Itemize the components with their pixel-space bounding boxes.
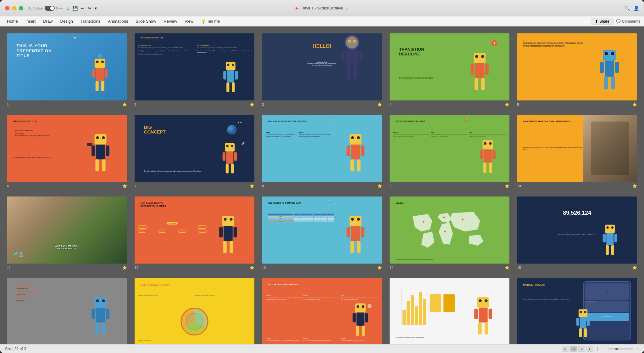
slide-star-11[interactable]: ⭐ xyxy=(122,265,127,270)
slide-thumb-13[interactable]: AND TABLES TO COMPARE DATA A B C xyxy=(261,196,383,264)
slide-star-2[interactable]: ⭐ xyxy=(250,102,254,107)
menu-animations[interactable]: Animations xyxy=(105,18,131,25)
home-icon[interactable]: ⌂ xyxy=(67,6,69,11)
slide-9-deco: 🍪 xyxy=(464,118,468,121)
menu-insert[interactable]: Insert xyxy=(22,18,39,25)
main-content: THIS IS YOURPRESENTATIONTITLE xyxy=(0,26,644,344)
slide-7-robot xyxy=(209,138,251,182)
slide-thumb-11[interactable]: 🧪🔬 WANT BIG IMPACT?USE BIG IMAGE. xyxy=(6,196,128,264)
slide-thumb-3[interactable]: HELLO! I am Jayden Smith I am here becau… xyxy=(261,33,383,101)
slide-star-13[interactable]: ⭐ xyxy=(377,265,382,270)
svg-point-98 xyxy=(611,226,614,229)
slide-thumb-10[interactable]: A PICTURE IS WORTH A THOUSAND WORDS A co… xyxy=(516,114,638,183)
svg-rect-75 xyxy=(222,216,234,226)
menu-tellme[interactable]: 💡 Tell me xyxy=(198,18,223,25)
svg-rect-46 xyxy=(92,145,95,156)
view-btn-grid[interactable]: ⊟ xyxy=(570,346,577,352)
menu-design[interactable]: Design xyxy=(57,18,76,25)
slide-18-title: LET'S REVIEW SOME CONCEPTS xyxy=(268,283,298,285)
slide-footer-3: 3 ⭐ xyxy=(261,101,383,108)
svg-rect-31 xyxy=(485,64,488,74)
titlebar: AutoSave OFF ⌂ 💾 ↩ ↪ ▾ ▶ Flavius - Slide… xyxy=(0,0,644,16)
svg-rect-34 xyxy=(603,50,616,61)
svg-point-124 xyxy=(479,299,481,302)
menu-transitions[interactable]: Transitions xyxy=(77,18,103,25)
comments-button[interactable]: 💬 Comments xyxy=(616,19,640,24)
slide-thumb-17[interactable]: OUR PROCESS IS EASY Vestibulum congue te… xyxy=(134,277,255,344)
undo-icon[interactable]: ↩ xyxy=(81,6,85,11)
autosave-toggle[interactable] xyxy=(45,6,55,11)
slide-star-12[interactable]: ⭐ xyxy=(250,265,254,270)
minimize-button[interactable] xyxy=(12,6,16,10)
share-button[interactable]: ⬆ Share xyxy=(591,18,613,25)
menu-slideshow[interactable]: Slide Show xyxy=(132,18,159,25)
slide-thumb-20[interactable]: MOBILE PROJECT Show and explain your web… xyxy=(516,277,638,344)
save-icon[interactable]: 💾 xyxy=(72,6,78,11)
slide-star-3[interactable]: ⭐ xyxy=(377,102,382,107)
zoom-in-btn[interactable]: + xyxy=(637,347,639,351)
svg-rect-101 xyxy=(614,234,617,242)
search-icon[interactable]: 🔍 xyxy=(625,6,630,11)
slide-1-deco: 💡 xyxy=(73,37,76,40)
slide-16-stats: 89,526,124$ That's a lot of money 185,24… xyxy=(17,285,37,301)
view-btn-outline[interactable]: ☰ xyxy=(578,346,585,352)
slide-thumb-9[interactable]: IN TWO OR THREE COLUMNS Yellow Is the co… xyxy=(389,114,510,183)
slide-thumb-8[interactable]: YOU CAN ALSO SPLIT YOUR CONTENT White Is… xyxy=(261,114,383,183)
slide-star-14[interactable]: ⭐ xyxy=(505,265,509,270)
slide-star-6[interactable]: ⭐ xyxy=(122,184,127,188)
slide-star-15[interactable]: ⭐ xyxy=(632,265,637,270)
slide-13-table: A B C Yellow 10 20 7 xyxy=(268,213,334,222)
slide-thumb-5[interactable]: " Quotations are commonly printed as a m… xyxy=(516,33,638,101)
slide-number-3: 3 xyxy=(262,103,264,106)
more-icon[interactable]: ▾ xyxy=(95,6,97,11)
view-btn-presenter[interactable]: ▶ xyxy=(586,346,593,352)
menu-view[interactable]: View xyxy=(181,18,197,25)
menu-review[interactable]: Review xyxy=(160,18,180,25)
slide-thumb-1[interactable]: THIS IS YOURPRESENTATIONTITLE xyxy=(6,33,128,101)
slide-thumb-7[interactable]: ✦ ✦ ✦ BIGCONCEPT 🚀 Bring the attention o… xyxy=(134,114,255,183)
slide-thumb-15[interactable]: 89,526,124 Whoa! That's a big number, ar… xyxy=(516,196,638,264)
slide-thumb-4[interactable]: 1 TRANSITIONHEADLINE Let's start with th… xyxy=(389,33,510,101)
user-icon[interactable]: 👤 xyxy=(634,6,639,11)
slide-thumb-12[interactable]: USE DIAGRAMS TOEXPLAIN YOUR IDEAS Lorem … xyxy=(134,196,255,264)
bar-3 xyxy=(411,295,414,325)
slide-wrapper-5: " Quotations are commonly printed as a m… xyxy=(516,33,638,108)
redo-icon[interactable]: ↪ xyxy=(88,6,92,11)
slide-star-1[interactable]: ⭐ xyxy=(122,102,127,107)
slide-grid[interactable]: THIS IS YOURPRESENTATIONTITLE xyxy=(0,26,644,344)
zoom-out-btn[interactable]: − xyxy=(602,347,604,351)
svg-rect-87 xyxy=(347,227,350,237)
view-btn-normal[interactable]: ⊞ xyxy=(562,346,569,352)
slide-6-bullets: Here you have a list of items And some t… xyxy=(15,130,49,137)
slide-number-14: 14 xyxy=(390,266,393,270)
svg-rect-54 xyxy=(226,152,233,164)
slide-7-big-text: BIGCONCEPT xyxy=(144,125,165,135)
slide-thumb-6[interactable]: THIS IS A SLIDE TITLE Here you have a li… xyxy=(6,114,128,183)
slide-thumb-19[interactable]: You can insert graphs from Excel or Goog… xyxy=(389,277,510,344)
slide-14-map xyxy=(396,210,503,253)
slide-star-9[interactable]: ⭐ xyxy=(505,184,509,188)
slide-2-robot xyxy=(213,57,248,100)
slide-7-sub: Bring the attention of your audience ove… xyxy=(144,170,201,172)
slide-thumb-2[interactable]: INSTRUCTIONS FOR USE EDIT IN GOOGLE SLID… xyxy=(134,33,255,101)
slide-star-7[interactable]: ⭐ xyxy=(250,184,254,188)
slide-star-10[interactable]: ⭐ xyxy=(632,184,637,188)
menu-home[interactable]: Home xyxy=(4,18,21,25)
menu-draw[interactable]: Draw xyxy=(40,18,56,25)
svg-point-8 xyxy=(98,54,102,58)
svg-rect-4 xyxy=(92,69,95,78)
slide-star-4[interactable]: ⭐ xyxy=(505,102,509,107)
slide-info: Slide 31 of 31 xyxy=(5,347,28,351)
maximize-button[interactable] xyxy=(19,6,23,10)
slide-thumb-16[interactable]: 89,526,124$ That's a lot of money 185,24… xyxy=(6,277,128,344)
slide-star-8[interactable]: ⭐ xyxy=(377,184,382,188)
zoom-handle[interactable] xyxy=(615,348,618,350)
svg-rect-89 xyxy=(351,241,354,253)
slide-star-5[interactable]: ⭐ xyxy=(632,102,637,107)
slide-wrapper-16: 89,526,124$ That's a lot of money 185,24… xyxy=(6,277,128,344)
svg-point-10 xyxy=(227,63,229,66)
close-button[interactable] xyxy=(5,6,9,10)
slide-thumb-14[interactable]: MAPS xyxy=(389,196,510,264)
slide-thumb-18[interactable]: LET'S REVIEW SOME CONCEPTS Yellow Is the… xyxy=(261,277,383,344)
svg-rect-126 xyxy=(479,308,487,322)
